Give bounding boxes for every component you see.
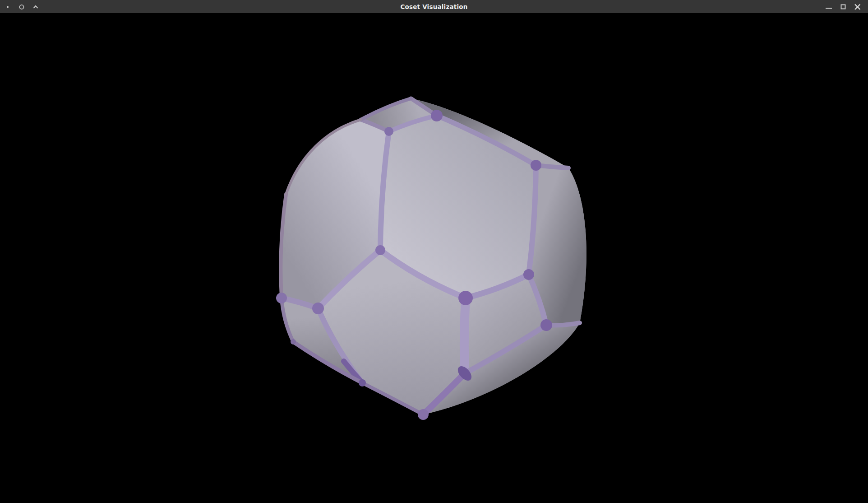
vertex-s8 [291,339,296,345]
window-title: Coset Visualization [0,0,868,13]
vertex-sbl [359,379,366,387]
polyhedron-canvas[interactable] [0,13,868,503]
window-controls [824,2,868,12]
vertex-g [523,269,534,280]
vertex-h [540,319,552,331]
chevron-up-icon[interactable] [32,3,39,10]
minimize-button[interactable] [824,2,834,12]
vertex-j [276,293,287,303]
vertex-e [312,303,324,314]
titlebar-left-icons [0,3,39,10]
dot-icon[interactable] [5,3,11,10]
titlebar: Coset Visualization [0,0,868,13]
maximize-button[interactable] [838,2,848,12]
edge-f-k [464,298,466,373]
vertex-i [418,409,429,420]
circle-icon[interactable] [18,3,25,10]
vertex-f [458,291,473,305]
close-button[interactable] [853,2,863,12]
viewport-3d[interactable] [0,13,868,503]
vertex-b [384,127,393,136]
vertex-c [531,160,541,171]
app-window: Coset Visualization [0,0,868,503]
vertex-a [431,110,443,121]
vertex-d [375,245,385,255]
